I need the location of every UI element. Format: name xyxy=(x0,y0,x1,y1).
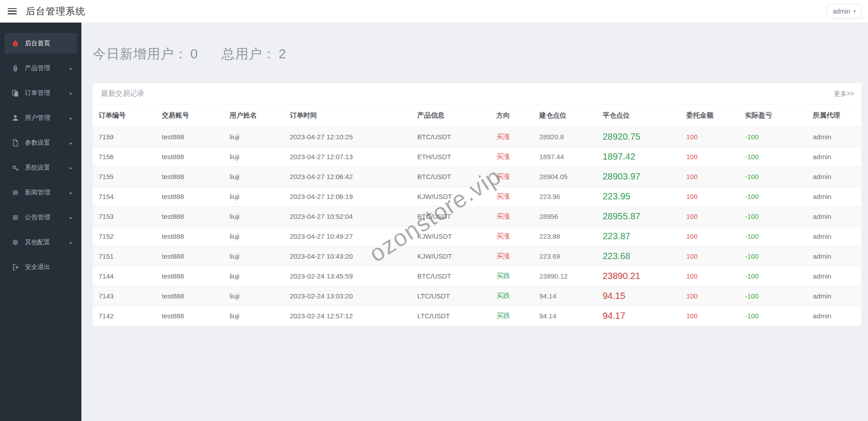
cell-agent: admin xyxy=(807,246,861,266)
logout-icon xyxy=(10,264,20,271)
cell-direction: 买涨 xyxy=(491,207,533,227)
cell-close: 223.95 xyxy=(597,187,680,207)
cell-order-id: 7156 xyxy=(93,147,156,167)
cell-account: test888 xyxy=(156,147,224,167)
stat-new-users: 今日新增用户： 0 xyxy=(93,45,198,63)
sidebar-item-products[interactable]: B 产品管理 ▸ xyxy=(5,58,77,79)
cell-username: liuji xyxy=(224,227,284,246)
cell-direction: 买涨 xyxy=(491,227,533,246)
col-pnl: 实际盈亏 xyxy=(739,104,807,127)
cell-time: 2023-04-27 10:43:20 xyxy=(284,246,411,266)
gears-icon xyxy=(10,164,20,171)
sidebar-item-logout[interactable]: 安全退出 xyxy=(5,257,77,278)
cell-agent: admin xyxy=(807,147,861,167)
main-content: 今日新增用户： 0 总用户： 2 最新交易记录 更多>> xyxy=(81,23,868,421)
sidebar-item-other-config[interactable]: 其他配置 ▸ xyxy=(5,232,77,253)
cell-amount: 100 xyxy=(680,207,739,227)
cell-close: 223.68 xyxy=(597,246,680,266)
top-bar: 后台管理系统 admin ▾ xyxy=(0,0,868,23)
cell-time: 2023-04-27 10:49:27 xyxy=(284,227,411,246)
col-amount: 委托金额 xyxy=(680,104,739,127)
cell-username: liuji xyxy=(224,187,284,207)
caret-down-icon: ▾ xyxy=(853,9,856,14)
cell-order-id: 7152 xyxy=(93,227,156,246)
cell-open: 94.14 xyxy=(533,286,597,306)
cell-account: test888 xyxy=(156,266,224,286)
cell-username: liuji xyxy=(224,147,284,167)
user-name: admin xyxy=(833,8,850,15)
user-dropdown-button[interactable]: admin ▾ xyxy=(827,4,862,19)
cell-pnl: -100 xyxy=(739,227,807,246)
table-row: 7143 test888 liuji 2023-02-24 13:03:20 L… xyxy=(93,286,861,306)
cell-account: test888 xyxy=(156,227,224,246)
user-stats: 今日新增用户： 0 总用户： 2 xyxy=(93,45,861,63)
trade-table-body: 7159 test888 liuji 2023-04-27 12:10:25 B… xyxy=(93,127,861,326)
cell-time: 2023-04-27 12:10:25 xyxy=(284,127,411,147)
sidebar-item-label: 用户管理 xyxy=(25,114,50,122)
cell-agent: admin xyxy=(807,127,861,147)
stat-total-users-value: 2 xyxy=(278,47,286,61)
cell-account: test888 xyxy=(156,127,224,147)
cell-username: liuji xyxy=(224,167,284,187)
cell-pnl: -100 xyxy=(739,266,807,286)
cell-account: test888 xyxy=(156,246,224,266)
col-open: 建仓点位 xyxy=(533,104,597,127)
stat-total-users-label: 总用户： xyxy=(222,45,276,63)
cell-pnl: -100 xyxy=(739,207,807,227)
svg-text:B: B xyxy=(13,65,17,72)
col-username: 用户姓名 xyxy=(224,104,284,127)
cell-time: 2023-04-27 12:06:19 xyxy=(284,187,411,207)
cell-product: BTC/USDT xyxy=(411,127,491,147)
cell-amount: 100 xyxy=(680,167,739,187)
col-direction: 方向 xyxy=(491,104,533,127)
table-row: 7142 test888 liuji 2023-02-24 12:57:12 L… xyxy=(93,306,861,326)
trades-table: 订单编号 交易账号 用户姓名 订单时间 产品信息 方向 建仓点位 平仓点位 委托… xyxy=(93,104,861,326)
sidebar-item-label: 新闻管理 xyxy=(25,189,50,197)
cell-direction: 买涨 xyxy=(491,127,533,147)
cell-open: 28904.05 xyxy=(533,167,597,187)
sidebar-item-label: 参数设置 xyxy=(25,139,50,147)
table-row: 7151 test888 liuji 2023-04-27 10:43:20 K… xyxy=(93,246,861,266)
cell-pnl: -100 xyxy=(739,127,807,147)
cell-direction: 买涨 xyxy=(491,246,533,266)
hamburger-menu-icon[interactable] xyxy=(7,7,18,16)
cell-account: test888 xyxy=(156,187,224,207)
sidebar-item-home[interactable]: 后台首页 xyxy=(5,33,77,54)
cell-product: KJW/USDT xyxy=(411,187,491,207)
cell-pnl: -100 xyxy=(739,167,807,187)
cell-order-id: 7142 xyxy=(93,306,156,326)
cell-direction: 买涨 xyxy=(491,167,533,187)
list-icon xyxy=(10,189,20,196)
cell-username: liuji xyxy=(224,306,284,326)
gear-icon xyxy=(10,239,20,246)
table-row: 7152 test888 liuji 2023-04-27 10:49:27 K… xyxy=(93,227,861,246)
cell-amount: 100 xyxy=(680,286,739,306)
sidebar-item-orders[interactable]: 订单管理 ▸ xyxy=(5,83,77,104)
sidebar-item-announcements[interactable]: 公告管理 ▸ xyxy=(5,207,77,228)
sidebar-item-users[interactable]: 用户管理 ▸ xyxy=(5,108,77,128)
chevron-right-icon: ▸ xyxy=(70,190,72,196)
cell-direction: 买跌 xyxy=(491,306,533,326)
chevron-right-icon: ▸ xyxy=(70,140,72,146)
col-time: 订单时间 xyxy=(284,104,411,127)
sidebar-item-system[interactable]: 系统设置 ▸ xyxy=(5,157,77,178)
cell-order-id: 7155 xyxy=(93,167,156,187)
sidebar-item-news[interactable]: 新闻管理 ▸ xyxy=(5,182,77,203)
cell-close: 1897.42 xyxy=(597,147,680,167)
table-row: 7153 test888 liuji 2023-04-27 10:52:04 B… xyxy=(93,207,861,227)
cell-close: 94.17 xyxy=(597,306,680,326)
table-header-row: 订单编号 交易账号 用户姓名 订单时间 产品信息 方向 建仓点位 平仓点位 委托… xyxy=(93,104,861,127)
bitcoin-icon: B xyxy=(10,65,20,72)
more-link[interactable]: 更多>> xyxy=(834,90,854,98)
cell-order-id: 7159 xyxy=(93,127,156,147)
cell-account: test888 xyxy=(156,167,224,187)
panel-title: 最新交易记录 xyxy=(101,89,144,99)
cell-direction: 买涨 xyxy=(491,147,533,167)
cell-time: 2023-04-27 12:07:13 xyxy=(284,147,411,167)
chevron-right-icon: ▸ xyxy=(70,66,72,71)
cell-close: 28955.87 xyxy=(597,207,680,227)
sidebar-item-parameters[interactable]: 参数设置 ▸ xyxy=(5,132,77,153)
cell-product: BTC/USDT xyxy=(411,167,491,187)
sidebar: 后台首页 B 产品管理 ▸ 订单管理 ▸ 用户管理 ▸ xyxy=(0,23,81,421)
cell-time: 2023-02-24 12:57:12 xyxy=(284,306,411,326)
